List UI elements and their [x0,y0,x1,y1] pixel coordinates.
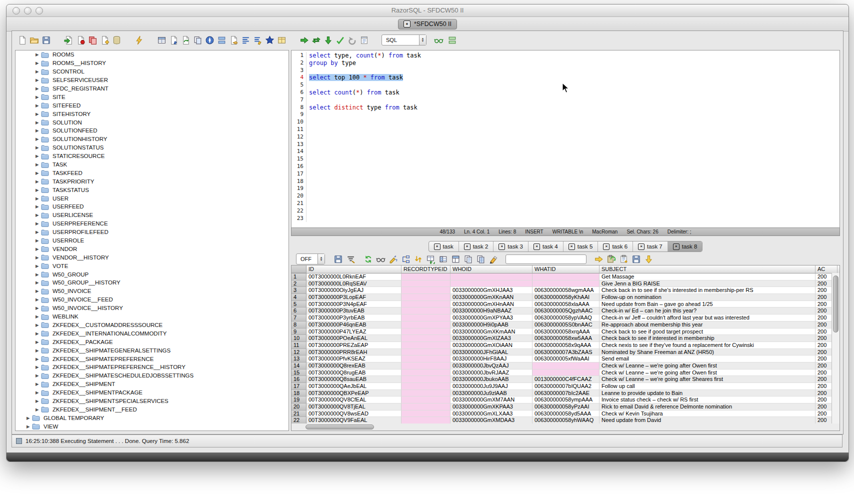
editor-line[interactable]: 3 [292,67,840,74]
disclosure-triangle-icon[interactable]: ▶ [36,136,41,142]
table-cell[interactable]: Send email [600,356,816,362]
row-number[interactable]: 10 [292,335,306,342]
code-line[interactable]: group by type [306,60,356,67]
tree-item-zkfedex-shipmatepreference-history[interactable]: ▶ZKFEDEX__SHIPMATEPREFERENCE__HISTORY [16,363,288,372]
row-number[interactable]: 12 [292,349,306,356]
disclosure-triangle-icon[interactable]: ▶ [36,340,41,344]
table-cell[interactable]: Invoice status check – check w/ RS first [600,396,816,404]
disclosure-triangle-icon[interactable]: ▶ [36,103,41,108]
arrows-swap-icon[interactable] [311,35,322,46]
table-cell[interactable]: Rick to email David & reference Delmonte… [600,404,816,410]
statement-mode-select[interactable]: SQL ▲▼ [382,34,426,46]
table-cell[interactable]: Nominated by Shane Freeman at ANZ (HR50) [600,349,816,356]
disclosure-triangle-icon[interactable]: ▶ [36,86,41,91]
table-cell[interactable]: 006300000058xlaAAA [532,301,600,308]
column-header-whoid[interactable]: WHOID [450,266,532,273]
disclosure-triangle-icon[interactable]: ▶ [36,60,41,66]
table-cell[interactable]: 00630000005xfWaAAI [532,356,600,362]
tree-item-solutionhistory[interactable]: ▶SOLUTIONHISTORY [16,135,288,144]
table-cell[interactable] [532,280,600,288]
code-line[interactable]: select distinct type from task [306,104,418,112]
tree-item-task[interactable]: ▶TASK [16,160,288,169]
table-cell[interactable]: 00T3000000QV8CfEAL [306,396,402,404]
tree-item-userpreference[interactable]: ▶USERPREFERENCE [16,220,288,228]
disclosure-triangle-icon[interactable]: ▶ [36,204,41,209]
disclosure-triangle-icon[interactable]: ▶ [26,424,32,429]
code-line[interactable] [306,67,309,74]
table-cell[interactable]: 0033000000GmXOiAAN [450,342,532,349]
arrow-down-yellow-icon[interactable] [644,254,654,264]
table-cell[interactable] [532,370,600,376]
glasses-icon[interactable] [376,254,386,264]
tree-item-w50-invoice[interactable]: ▶W50_INVOICE [16,287,288,296]
tree-item-vendor[interactable]: ▶VENDOR [16,244,288,253]
editor-line[interactable]: 9 [292,111,840,118]
star-icon[interactable] [264,35,275,46]
table-cell[interactable]: Need update from David [600,417,816,424]
row-number[interactable]: 20 [292,404,306,410]
disclosure-triangle-icon[interactable]: ▶ [36,179,41,184]
close-document-icon[interactable]: × [404,20,410,28]
table-cell[interactable] [450,280,532,288]
align-lines-icon[interactable] [240,35,251,46]
table-cell[interactable]: 0033000000GmXPYAA3 [450,314,532,322]
result-tab-task[interactable]: ×task [429,242,459,252]
table-cell[interactable]: 0033000000GmXKmAAN [450,328,532,336]
close-tab-icon[interactable]: × [603,244,610,250]
table-cell[interactable] [402,410,450,418]
code-line[interactable] [306,178,309,186]
tree-item-vote[interactable]: ▶VOTE [16,262,288,270]
disclosure-triangle-icon[interactable]: ▶ [36,230,41,234]
tree-item-zkfedex-shipment-feed[interactable]: ▶ZKFEDEX__SHIPMENT__FEED [16,405,288,414]
editor-line[interactable]: 22 [292,208,840,215]
table-cell[interactable]: 00T3000000PRR8rEAH [306,349,402,356]
disclosure-triangle-icon[interactable]: ▶ [36,69,41,74]
disclosure-triangle-icon[interactable]: ▶ [36,112,41,116]
table-cell[interactable]: Check w/ Leanne – we're going after Owen… [600,370,816,376]
result-tab-task-8[interactable]: ×task 8 [668,242,702,252]
table-cell[interactable]: 006300000058ypVAAQ [532,314,600,322]
result-tab-task-2[interactable]: ×task 2 [459,242,494,252]
tree-item-taskstatus[interactable]: ▶TASKSTATUS [16,186,288,194]
row-number[interactable]: 19 [292,396,306,404]
table-cell[interactable] [402,370,450,376]
result-tab-task-4[interactable]: ×task 4 [528,242,564,252]
align-pencil-icon[interactable] [252,35,263,46]
table-cell[interactable]: 00T3000000Q8rexEAB [306,362,402,370]
result-tab-task-5[interactable]: ×task 5 [564,242,598,252]
table-cell[interactable]: 006300000058ympAAA [532,396,600,404]
tree-item-site[interactable]: ▶SITE [16,92,288,101]
disclosure-triangle-icon[interactable]: ▶ [36,331,41,336]
table-cell[interactable]: 00630000007bIc2AAE [532,390,600,397]
column-header-whatid[interactable]: WHATID [532,266,600,273]
editor-line[interactable]: 16 [292,163,840,170]
table-cell[interactable]: 0033000000Ju9J9AAJ [450,383,532,390]
code-line[interactable]: select type, count(*) from task [306,52,421,60]
disclosure-triangle-icon[interactable]: ▶ [36,382,41,386]
table-cell[interactable]: 0033000000JFhGlAAL [450,349,532,356]
code-line[interactable]: select top 100 * from task [306,74,403,82]
code-line[interactable] [306,185,309,192]
table-cell[interactable]: 00T3000000QAeJbEAL [306,383,402,390]
row-number[interactable]: 3 [292,287,306,294]
vertical-scrollbar[interactable] [832,273,840,424]
editor-line[interactable]: 1select type, count(*) from task [292,52,840,60]
code-line[interactable] [306,192,309,200]
table-cell[interactable]: 0033000000GmXM7AAN [450,396,532,404]
table-cell[interactable]: 00T3000000QV8wsEAD [306,410,402,418]
table-cell[interactable]: Need update from Bain – gave go ahead 1/… [600,301,816,308]
open-folder-icon[interactable] [29,35,40,46]
disclosure-triangle-icon[interactable]: ▶ [36,306,41,310]
autocommit-select[interactable]: OFF ▲▼ [296,254,325,264]
code-line[interactable] [306,200,309,208]
table-cell[interactable]: Check w/ Leanne – we're going after Owen… [600,362,816,370]
code-line[interactable] [306,141,309,148]
disclosure-triangle-icon[interactable]: ▶ [36,78,41,82]
tree-item-sitefeed[interactable]: ▶SITEFEED [16,101,288,110]
clipboard-plus-icon[interactable] [618,254,629,264]
close-tab-icon[interactable]: × [673,244,680,250]
save-disk-icon[interactable] [631,254,642,264]
table-cell[interactable]: 0033000000GmXKnAAN [450,294,532,301]
tree-item-view[interactable]: ▶VIEW [16,422,288,430]
table-cell[interactable]: 00T3000000QV9FaEAL [306,417,402,424]
